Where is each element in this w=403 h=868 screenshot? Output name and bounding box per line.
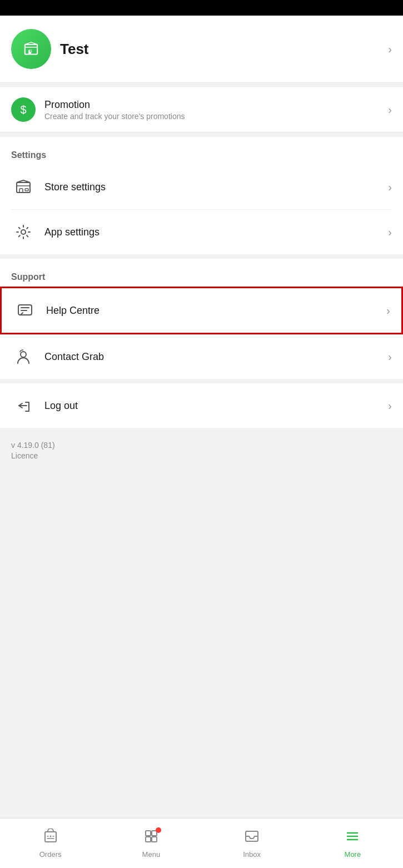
avatar: $ bbox=[11, 29, 51, 69]
licence-text[interactable]: Licence bbox=[11, 451, 392, 460]
promotion-title: Promotion bbox=[44, 99, 185, 111]
promotion-item[interactable]: $ Promotion Create and track your store'… bbox=[11, 87, 392, 132]
logout-item[interactable]: Log out › bbox=[11, 383, 392, 428]
settings-header: Settings bbox=[0, 137, 403, 165]
svg-point-11 bbox=[49, 835, 51, 837]
menu-icon bbox=[143, 828, 159, 848]
app-settings-label: App settings bbox=[44, 226, 99, 238]
svg-rect-12 bbox=[146, 831, 151, 836]
nav-orders[interactable]: Orders bbox=[0, 823, 101, 864]
divider-2 bbox=[0, 132, 403, 137]
contact-grab-icon bbox=[11, 344, 36, 369]
help-centre-label: Help Centre bbox=[46, 305, 99, 317]
nav-menu[interactable]: Menu bbox=[101, 823, 201, 864]
support-header: Support bbox=[0, 259, 403, 287]
logout-section: Log out › bbox=[0, 383, 403, 428]
store-settings-item[interactable]: Store settings › bbox=[11, 165, 392, 210]
more-icon bbox=[345, 828, 360, 848]
status-bar bbox=[0, 0, 403, 16]
store-settings-icon bbox=[11, 175, 36, 199]
menu-badge bbox=[156, 827, 161, 833]
svg-rect-15 bbox=[152, 837, 157, 842]
svg-point-7 bbox=[21, 230, 26, 234]
bottom-nav: Orders Menu Inbox More bbox=[0, 818, 403, 868]
svg-rect-5 bbox=[19, 189, 23, 193]
nav-inbox-label: Inbox bbox=[243, 850, 261, 859]
divider-3 bbox=[0, 254, 403, 259]
support-label: Support bbox=[11, 272, 45, 282]
store-settings-label: Store settings bbox=[44, 181, 106, 193]
profile-section[interactable]: $ Test › bbox=[0, 16, 403, 83]
svg-point-9 bbox=[21, 352, 26, 357]
promotion-subtitle: Create and track your store's promotions bbox=[44, 112, 185, 121]
promotion-icon: $ bbox=[11, 97, 36, 122]
logout-chevron-icon: › bbox=[388, 400, 392, 412]
nav-inbox[interactable]: Inbox bbox=[202, 823, 302, 864]
help-centre-icon bbox=[13, 298, 37, 323]
profile-name: Test bbox=[60, 41, 89, 58]
app-settings-item[interactable]: App settings › bbox=[11, 210, 392, 254]
inbox-icon bbox=[244, 828, 260, 848]
logout-label: Log out bbox=[44, 400, 78, 412]
divider-4 bbox=[0, 379, 403, 383]
settings-section: Store settings › App settings › bbox=[0, 165, 403, 254]
profile-chevron-icon: › bbox=[388, 43, 392, 56]
settings-label: Settings bbox=[11, 150, 46, 160]
svg-text:$: $ bbox=[30, 49, 32, 53]
nav-more[interactable]: More bbox=[302, 823, 403, 864]
version-text: v 4.19.0 (81) bbox=[11, 439, 392, 451]
store-avatar-icon: $ bbox=[22, 40, 40, 58]
orders-icon bbox=[43, 828, 58, 848]
contact-grab-item[interactable]: Contact Grab › bbox=[11, 334, 392, 379]
svg-rect-6 bbox=[25, 189, 28, 191]
promotion-section: $ Promotion Create and track your store'… bbox=[0, 87, 403, 132]
help-centre-chevron-icon: › bbox=[386, 304, 390, 317]
contact-grab-label: Contact Grab bbox=[44, 351, 104, 363]
store-settings-chevron-icon: › bbox=[388, 181, 392, 194]
divider-1 bbox=[0, 83, 403, 87]
app-settings-icon bbox=[11, 220, 36, 244]
logout-icon bbox=[11, 393, 36, 418]
nav-menu-label: Menu bbox=[142, 850, 161, 859]
help-centre-item[interactable]: Help Centre › bbox=[0, 287, 403, 334]
contact-grab-chevron-icon: › bbox=[388, 351, 392, 363]
svg-rect-14 bbox=[146, 837, 151, 842]
nav-orders-label: Orders bbox=[39, 850, 62, 859]
promotion-chevron-icon: › bbox=[388, 103, 392, 116]
profile-left: $ Test bbox=[11, 29, 89, 69]
nav-more-label: More bbox=[345, 850, 361, 859]
version-section: v 4.19.0 (81) Licence bbox=[0, 428, 403, 471]
support-section: Help Centre › Contact Grab › bbox=[0, 287, 403, 379]
app-settings-chevron-icon: › bbox=[388, 226, 392, 239]
